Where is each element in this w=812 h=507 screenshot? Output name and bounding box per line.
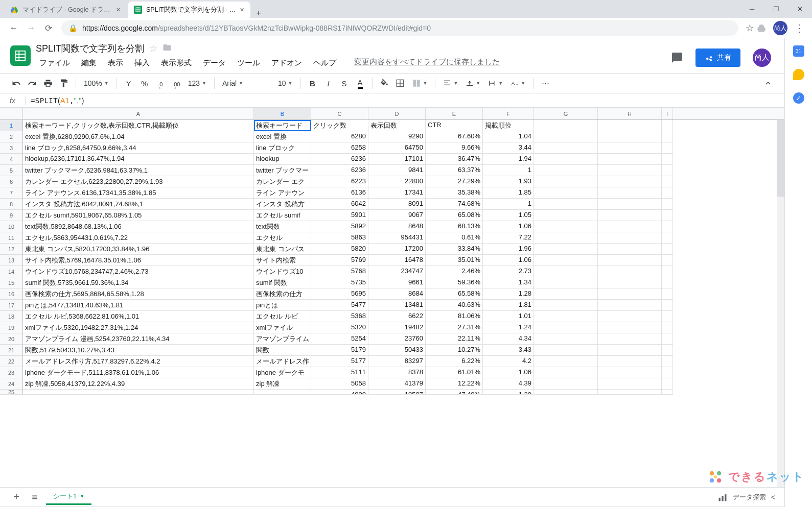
cell[interactable]: インスタ 投稿方 [254, 199, 311, 210]
cell[interactable]: 4000 [311, 390, 368, 395]
drive-ext-icon[interactable] [754, 23, 769, 33]
cell[interactable]: 1.34 [483, 277, 534, 288]
add-sheet-button[interactable]: + [9, 491, 24, 503]
cell[interactable]: 81.06% [426, 311, 483, 322]
cell[interactable] [534, 322, 598, 333]
menu-データ[interactable]: データ [199, 57, 229, 69]
increase-decimal-button[interactable]: .00→ [169, 76, 183, 90]
cell[interactable] [662, 333, 673, 345]
cell[interactable]: 12.22% [426, 378, 483, 390]
cell[interactable] [598, 367, 662, 378]
cell[interactable]: 2.46% [426, 266, 483, 277]
close-icon[interactable]: ✕ [116, 7, 121, 13]
cell[interactable] [598, 199, 662, 210]
bold-button[interactable]: B [306, 76, 320, 90]
cell[interactable]: 17101 [368, 154, 426, 165]
cell[interactable]: 1.04 [483, 131, 534, 142]
cell[interactable]: 6223 [311, 176, 368, 187]
number-format-select[interactable]: 123▼ [185, 79, 210, 87]
italic-button[interactable]: I [321, 76, 336, 90]
cell[interactable] [534, 277, 598, 288]
cell[interactable] [534, 154, 598, 165]
cell[interactable]: ウインドウズ10 [254, 266, 311, 277]
row-header[interactable]: 25 [0, 390, 23, 395]
cell[interactable]: ライン アナウン [254, 187, 311, 199]
row-header[interactable]: 21 [0, 345, 23, 356]
cell[interactable]: iphone ダークモ [254, 367, 311, 378]
cell[interactable]: 61.01% [426, 367, 483, 378]
cell[interactable]: 6236 [311, 154, 368, 165]
cell[interactable]: 63.37% [426, 165, 483, 176]
row-header[interactable]: 2 [0, 131, 23, 142]
cell[interactable] [534, 378, 598, 390]
row-header[interactable]: 9 [0, 210, 23, 221]
cell[interactable]: 50433 [368, 345, 426, 356]
cell[interactable]: 画像検索の仕方,5695,8684,65.58%,1.28 [23, 288, 254, 300]
cell[interactable]: 22800 [368, 176, 426, 187]
cell[interactable] [598, 277, 662, 288]
cell[interactable] [534, 333, 598, 345]
cell[interactable] [254, 390, 311, 395]
cell[interactable] [598, 345, 662, 356]
browser-tab-drive[interactable]: マイドライブ - Google ドライブ ✕ [4, 2, 127, 18]
cell[interactable]: 東北東 コンパス [254, 244, 311, 255]
cell[interactable]: エクセル ルビ,5368,6622,81.06%,1.01 [23, 311, 254, 322]
cell[interactable]: 5695 [311, 288, 368, 300]
cell[interactable]: 1 [483, 165, 534, 176]
cell[interactable]: 6258 [311, 142, 368, 154]
cell[interactable] [598, 154, 662, 165]
cell[interactable] [662, 232, 673, 244]
cell[interactable]: xmlファイル [254, 322, 311, 333]
row-header[interactable]: 14 [0, 266, 23, 277]
menu-アドオン[interactable]: アドオン [268, 57, 306, 69]
cell[interactable]: 65.58% [426, 288, 483, 300]
cell[interactable] [534, 210, 598, 221]
cell[interactable] [598, 322, 662, 333]
vertical-scrollbar[interactable] [777, 120, 784, 487]
cell[interactable]: 1.93 [483, 176, 534, 187]
cell[interactable] [662, 322, 673, 333]
cell[interactable]: 6236 [311, 165, 368, 176]
cell[interactable] [534, 142, 598, 154]
row-header[interactable]: 4 [0, 154, 23, 165]
cell[interactable] [534, 300, 598, 311]
cell[interactable]: 74.68% [426, 199, 483, 210]
cell[interactable] [598, 165, 662, 176]
cell[interactable]: 1.01 [483, 311, 534, 322]
cell[interactable]: 5768 [311, 266, 368, 277]
cell[interactable]: メールアドレス作 [254, 356, 311, 367]
cell[interactable]: 4.39 [483, 378, 534, 390]
cell[interactable] [662, 390, 673, 395]
cell[interactable]: 8684 [368, 288, 426, 300]
cell[interactable]: 13481 [368, 300, 426, 311]
cell[interactable]: 9290 [368, 131, 426, 142]
cell[interactable]: sumif 関数,5735,9661,59.36%,1.34 [23, 277, 254, 288]
row-header[interactable]: 15 [0, 277, 23, 288]
cell[interactable] [662, 356, 673, 367]
calendar-addon-icon[interactable]: 31 [793, 45, 804, 57]
cell[interactable]: 8091 [368, 199, 426, 210]
cell[interactable]: エクセル sumif [254, 210, 311, 221]
cell[interactable]: 1 [483, 199, 534, 210]
sheet-tab-1[interactable]: シート1▼ [46, 490, 91, 505]
cell[interactable]: 9841 [368, 165, 426, 176]
row-header[interactable]: 10 [0, 221, 23, 232]
cell[interactable]: 6042 [311, 199, 368, 210]
reload-button[interactable]: ⟳ [40, 21, 57, 35]
cell[interactable]: pinとは [254, 300, 311, 311]
cell[interactable]: 47.40% [426, 390, 483, 395]
fill-color-button[interactable] [377, 76, 391, 90]
cell[interactable] [598, 300, 662, 311]
cell[interactable]: 9067 [368, 210, 426, 221]
cell[interactable]: アマゾンプライム [254, 333, 311, 345]
cell[interactable]: エクセル [254, 232, 311, 244]
cell[interactable] [662, 311, 673, 322]
cell[interactable] [662, 120, 673, 131]
cell[interactable]: 5320 [311, 322, 368, 333]
cell[interactable] [534, 244, 598, 255]
col-header-D[interactable]: D [368, 108, 426, 119]
cell[interactable]: 関数,5179,50433,10.27%,3.43 [23, 345, 254, 356]
cell[interactable]: クリック数 [311, 120, 368, 131]
cell[interactable] [534, 131, 598, 142]
cell[interactable]: 1.05 [483, 210, 534, 221]
